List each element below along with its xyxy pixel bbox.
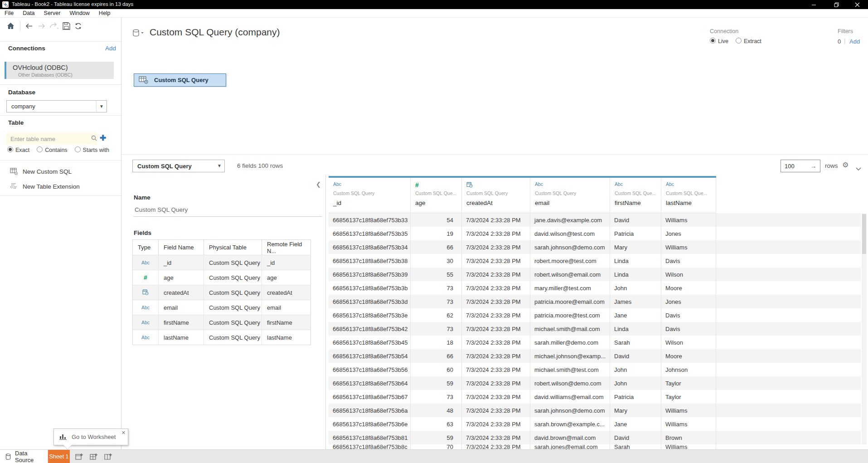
cell-email: david.wilson@test.com (530, 227, 610, 240)
home-button[interactable] (6, 22, 15, 31)
new-worksheet-button[interactable] (73, 451, 85, 462)
database-select[interactable]: company ▼ (6, 100, 107, 112)
cell-firstname: David (610, 213, 661, 227)
table-row[interactable]: 66856137c18f8a68ef753b64597/3/2024 2:33:… (329, 376, 861, 390)
restore-button[interactable] (827, 0, 845, 9)
grid-column-name: lastName (666, 200, 692, 206)
field-row--id[interactable]: Abc_idCustom SQL Query_id (133, 255, 310, 270)
radio-exact[interactable] (7, 146, 13, 152)
grid-column-table: Custom SQL Que... (615, 190, 658, 196)
table-row-partial[interactable]: 66856137c18f8a68ef753b8c707/3/2024 2:33:… (329, 444, 861, 449)
table-row[interactable]: 66856137c18f8a68ef753b3d737/3/2024 2:33:… (329, 295, 861, 308)
refresh-button[interactable] (74, 22, 83, 31)
table-search-input[interactable] (6, 135, 91, 143)
add-table-button[interactable]: ✚ (100, 134, 106, 143)
cell--id: 66856137c18f8a68ef753b45 (329, 336, 411, 349)
menu-file[interactable]: File (0, 9, 18, 17)
scrollbar-thumb[interactable] (862, 214, 866, 254)
datasource-icon[interactable] (132, 29, 144, 39)
add-connection-link[interactable]: Add (105, 45, 116, 52)
table-row[interactable]: 66856137c18f8a68ef753b38307/3/2024 2:33:… (329, 254, 861, 268)
new-story-button[interactable] (102, 451, 114, 462)
name-field[interactable]: Custom SQL Query (135, 206, 188, 213)
radio-extract[interactable] (736, 38, 742, 44)
custom-sql-table-chip[interactable]: Custom SQL Query (134, 73, 226, 87)
new-dashboard-button[interactable] (88, 451, 100, 462)
table-row[interactable]: 66856137c18f8a68ef753b3b737/3/2024 2:33:… (329, 281, 861, 295)
menu-window[interactable]: Window (65, 9, 94, 17)
menu-help[interactable]: Help (94, 9, 115, 17)
back-button[interactable] (24, 22, 34, 31)
vertical-scrollbar[interactable] (862, 213, 867, 444)
table-row[interactable]: 66856137c18f8a68ef753b54667/3/2024 2:33:… (329, 349, 861, 363)
table-row[interactable]: 66856137c18f8a68ef753b6a487/3/2024 2:33:… (329, 404, 861, 417)
radio-live[interactable] (710, 38, 716, 44)
apply-rows-arrow-icon[interactable]: → (809, 163, 820, 170)
grid-column-header-email[interactable]: AbcCustom SQL Queryemail (530, 178, 610, 213)
cell-lastname: Jones (661, 295, 716, 308)
grid-column-header--id[interactable]: AbcCustom SQL Query_id (329, 178, 411, 213)
table-row[interactable]: 66856137c18f8a68ef753b34667/3/2024 2:33:… (329, 240, 861, 254)
table-row[interactable]: 66856137c18f8a68ef753b67737/3/2024 2:33:… (329, 390, 861, 404)
fields-col-field-name: Field Name (159, 240, 204, 255)
close-icon[interactable]: ✕ (121, 430, 126, 436)
table-row[interactable]: 66856137c18f8a68ef753b33547/3/2024 2:33:… (329, 213, 861, 227)
table-row[interactable]: 66856137c18f8a68ef753b81597/3/2024 2:33:… (329, 431, 861, 444)
cell-lastname: Williams (661, 213, 716, 227)
new-table-extension-button[interactable]: New Table Extension (10, 182, 80, 191)
table-row[interactable]: 66856137c18f8a68ef753b45187/3/2024 2:33:… (329, 336, 861, 349)
collapse-panel-button[interactable]: ❮ (316, 181, 321, 188)
minimize-button[interactable] (805, 0, 823, 9)
radio-option-exact[interactable]: Exact (7, 146, 29, 153)
radio-option-extract[interactable]: Extract (736, 38, 761, 44)
menu-server[interactable]: Server (39, 9, 65, 17)
connection-item[interactable]: OVHcloud (ODBC) Other Databases (ODBC) (5, 62, 114, 79)
menu-data[interactable]: Data (18, 9, 39, 17)
cell-email: sarah.brown@example.c... (530, 417, 610, 431)
row-filler (716, 390, 861, 404)
tab-data-source[interactable]: Data Source (0, 450, 48, 463)
field-row-lastname[interactable]: AbclastNameCustom SQL QuerylastName (133, 330, 310, 345)
grid-column-header-age[interactable]: #Custom SQL Que...age (411, 178, 462, 213)
grid-column-header-firstname[interactable]: AbcCustom SQL Que...firstName (610, 178, 661, 213)
fields-col-remote-field-n-: Remote Field N... (262, 240, 310, 255)
remote-field-cell: _id (262, 255, 310, 270)
cell-createdat: 7/3/2024 2:33:28 PM (462, 213, 530, 227)
new-custom-sql-button[interactable]: New Custom SQL (10, 167, 72, 176)
filters-add-link[interactable]: Add (849, 38, 860, 45)
table-row[interactable]: 66856137c18f8a68ef753b6e637/3/2024 2:33:… (329, 417, 861, 431)
table-row[interactable]: 66856137c18f8a68ef753b39557/3/2024 2:33:… (329, 268, 861, 281)
row-count-input[interactable] (781, 162, 809, 170)
grid-column-header-lastname[interactable]: AbcCustom SQL Que...lastName (661, 178, 716, 213)
cell-lastname: Williams (661, 404, 716, 417)
table-row[interactable]: 66856137c18f8a68ef753b35197/3/2024 2:33:… (329, 227, 861, 240)
radio-option-contains[interactable]: Contains (37, 146, 67, 153)
undo-redo-button[interactable] (49, 22, 58, 31)
preview-table-select[interactable]: Custom SQL Query ▼ (132, 160, 225, 172)
chevron-down-icon[interactable] (856, 165, 861, 172)
field-name-cell: firstName (159, 315, 204, 330)
cell-firstname: Jane (610, 417, 661, 431)
table-row[interactable]: 66856137c18f8a68ef753b56607/3/2024 2:33:… (329, 363, 861, 376)
cell--id: 66856137c18f8a68ef753b35 (329, 227, 411, 240)
table-row[interactable]: 66856137c18f8a68ef753b3e627/3/2024 2:33:… (329, 308, 861, 322)
grid-column-header-createdat[interactable]: Custom SQL QuerycreatedAt (462, 178, 530, 213)
forward-button[interactable] (37, 22, 46, 31)
field-row-createdat[interactable]: createdAtCustom SQL QuerycreatedAt (133, 285, 310, 300)
radio-starts-with[interactable] (75, 146, 81, 152)
radio-option-live[interactable]: Live (710, 38, 728, 44)
field-row-email[interactable]: AbcemailCustom SQL Queryemail (133, 300, 310, 315)
field-row-age[interactable]: #ageCustom SQL Queryage (133, 270, 310, 285)
go-to-worksheet-tooltip[interactable]: Go to Worksheet ✕ (53, 429, 128, 445)
table-row[interactable]: 66856137c18f8a68ef753b42737/3/2024 2:33:… (329, 322, 861, 336)
cell--id: 66856137c18f8a68ef753b6e (329, 417, 411, 431)
table-search[interactable] (6, 133, 97, 145)
radio-option-starts-with[interactable]: Starts with (75, 146, 109, 153)
radio-contains[interactable] (37, 146, 43, 152)
field-row-firstname[interactable]: AbcfirstNameCustom SQL QueryfirstName (133, 315, 310, 330)
gear-icon[interactable]: ⚙ (842, 161, 849, 169)
tab-sheet-1[interactable]: Sheet 1 (48, 450, 70, 463)
close-button[interactable] (848, 0, 866, 9)
save-button[interactable] (62, 22, 71, 31)
physical-table-cell: Custom SQL Query (204, 315, 262, 330)
